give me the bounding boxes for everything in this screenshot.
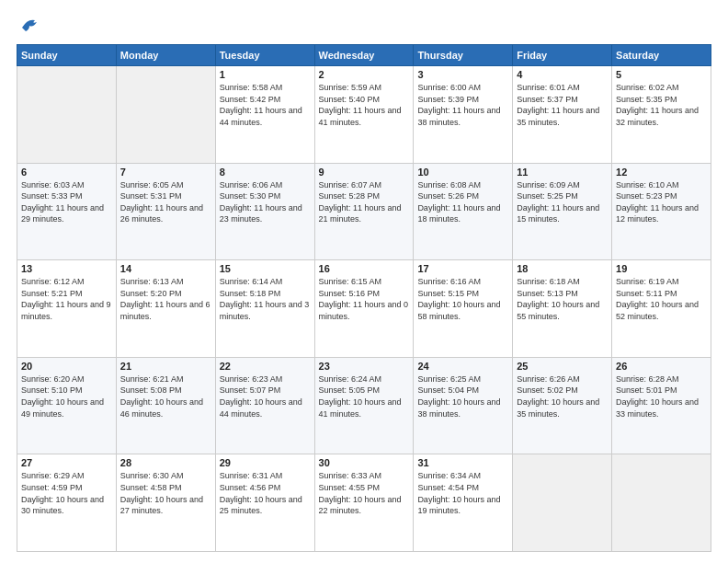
day-info: Sunrise: 6:30 AM Sunset: 4:58 PM Dayligh… [120,470,211,516]
day-info: Sunrise: 6:24 AM Sunset: 5:05 PM Dayligh… [319,373,410,419]
day-info: Sunrise: 6:16 AM Sunset: 5:15 PM Dayligh… [417,276,508,322]
calendar-week-row: 27Sunrise: 6:29 AM Sunset: 4:59 PM Dayli… [17,454,711,552]
day-info: Sunrise: 6:26 AM Sunset: 5:02 PM Dayligh… [517,373,608,419]
day-info: Sunrise: 6:15 AM Sunset: 5:16 PM Dayligh… [319,276,410,322]
day-number: 2 [319,69,410,80]
col-tuesday: Tuesday [215,45,314,66]
table-row: 19Sunrise: 6:19 AM Sunset: 5:11 PM Dayli… [612,260,711,358]
day-info: Sunrise: 6:07 AM Sunset: 5:28 PM Dayligh… [319,179,410,225]
calendar-week-row: 6Sunrise: 6:03 AM Sunset: 5:33 PM Daylig… [17,163,711,260]
table-row: 31Sunrise: 6:34 AM Sunset: 4:54 PM Dayli… [414,454,513,552]
table-row: 8Sunrise: 6:06 AM Sunset: 5:30 PM Daylig… [215,163,314,260]
table-row: 22Sunrise: 6:23 AM Sunset: 5:07 PM Dayli… [215,357,314,454]
day-number: 14 [120,263,211,274]
day-number: 31 [417,457,508,468]
table-row: 21Sunrise: 6:21 AM Sunset: 5:08 PM Dayli… [116,357,215,454]
table-row: 30Sunrise: 6:33 AM Sunset: 4:55 PM Dayli… [314,454,414,552]
logo [17,15,40,35]
day-info: Sunrise: 6:01 AM Sunset: 5:37 PM Dayligh… [517,82,608,128]
day-number: 23 [319,361,410,372]
day-info: Sunrise: 6:02 AM Sunset: 5:35 PM Dayligh… [616,82,707,128]
day-number: 10 [417,167,508,178]
calendar-table: Sunday Monday Tuesday Wednesday Thursday… [17,44,711,552]
day-number: 20 [21,361,112,372]
table-row: 6Sunrise: 6:03 AM Sunset: 5:33 PM Daylig… [17,163,117,260]
day-number: 18 [517,263,608,274]
table-row: 2Sunrise: 5:59 AM Sunset: 5:40 PM Daylig… [314,66,414,164]
day-number: 29 [220,457,311,468]
day-number: 15 [220,263,311,274]
table-row: 3Sunrise: 6:00 AM Sunset: 5:39 PM Daylig… [414,66,513,164]
table-row: 17Sunrise: 6:16 AM Sunset: 5:15 PM Dayli… [414,260,513,358]
table-row: 29Sunrise: 6:31 AM Sunset: 4:56 PM Dayli… [215,454,314,552]
table-row [17,66,117,164]
day-number: 26 [616,361,707,372]
day-info: Sunrise: 6:28 AM Sunset: 5:01 PM Dayligh… [616,373,707,419]
day-info: Sunrise: 6:06 AM Sunset: 5:30 PM Dayligh… [220,179,311,225]
table-row [513,454,612,552]
day-number: 17 [417,263,508,274]
col-monday: Monday [116,45,215,66]
day-number: 24 [417,361,508,372]
table-row [116,66,215,164]
day-number: 21 [120,361,211,372]
day-info: Sunrise: 6:14 AM Sunset: 5:18 PM Dayligh… [220,276,311,322]
table-row: 16Sunrise: 6:15 AM Sunset: 5:16 PM Dayli… [314,260,414,358]
day-info: Sunrise: 6:09 AM Sunset: 5:25 PM Dayligh… [517,179,608,225]
table-row: 5Sunrise: 6:02 AM Sunset: 5:35 PM Daylig… [612,66,711,164]
table-row: 7Sunrise: 6:05 AM Sunset: 5:31 PM Daylig… [116,163,215,260]
table-row: 24Sunrise: 6:25 AM Sunset: 5:04 PM Dayli… [414,357,513,454]
day-info: Sunrise: 6:19 AM Sunset: 5:11 PM Dayligh… [616,276,707,322]
day-number: 22 [220,361,311,372]
day-info: Sunrise: 6:13 AM Sunset: 5:20 PM Dayligh… [120,276,211,322]
day-info: Sunrise: 6:00 AM Sunset: 5:39 PM Dayligh… [417,82,508,128]
calendar-week-row: 20Sunrise: 6:20 AM Sunset: 5:10 PM Dayli… [17,357,711,454]
calendar-week-row: 1Sunrise: 5:58 AM Sunset: 5:42 PM Daylig… [17,66,711,164]
day-number: 30 [319,457,410,468]
table-row: 27Sunrise: 6:29 AM Sunset: 4:59 PM Dayli… [17,454,117,552]
day-number: 1 [220,69,311,80]
table-row: 15Sunrise: 6:14 AM Sunset: 5:18 PM Dayli… [215,260,314,358]
day-number: 7 [120,167,211,178]
calendar-week-row: 13Sunrise: 6:12 AM Sunset: 5:21 PM Dayli… [17,260,711,358]
day-number: 25 [517,361,608,372]
table-row: 18Sunrise: 6:18 AM Sunset: 5:13 PM Dayli… [513,260,612,358]
day-info: Sunrise: 6:34 AM Sunset: 4:54 PM Dayligh… [417,470,508,516]
day-info: Sunrise: 5:58 AM Sunset: 5:42 PM Dayligh… [220,82,311,128]
day-number: 27 [21,457,112,468]
table-row: 1Sunrise: 5:58 AM Sunset: 5:42 PM Daylig… [215,66,314,164]
day-info: Sunrise: 6:03 AM Sunset: 5:33 PM Dayligh… [21,179,112,225]
table-row: 28Sunrise: 6:30 AM Sunset: 4:58 PM Dayli… [116,454,215,552]
day-info: Sunrise: 6:25 AM Sunset: 5:04 PM Dayligh… [417,373,508,419]
day-number: 28 [120,457,211,468]
page: Sunday Monday Tuesday Wednesday Thursday… [0,0,728,563]
header [17,15,711,35]
day-info: Sunrise: 6:18 AM Sunset: 5:13 PM Dayligh… [517,276,608,322]
day-number: 16 [319,263,410,274]
table-row: 20Sunrise: 6:20 AM Sunset: 5:10 PM Dayli… [17,357,117,454]
day-info: Sunrise: 6:23 AM Sunset: 5:07 PM Dayligh… [220,373,311,419]
col-sunday: Sunday [17,45,117,66]
col-thursday: Thursday [414,45,513,66]
day-number: 13 [21,263,112,274]
col-friday: Friday [513,45,612,66]
col-saturday: Saturday [612,45,711,66]
day-info: Sunrise: 6:20 AM Sunset: 5:10 PM Dayligh… [21,373,112,419]
day-info: Sunrise: 6:08 AM Sunset: 5:26 PM Dayligh… [417,179,508,225]
day-info: Sunrise: 6:29 AM Sunset: 4:59 PM Dayligh… [21,470,112,516]
table-row: 23Sunrise: 6:24 AM Sunset: 5:05 PM Dayli… [314,357,414,454]
day-number: 8 [220,167,311,178]
day-number: 19 [616,263,707,274]
day-info: Sunrise: 6:21 AM Sunset: 5:08 PM Dayligh… [120,373,211,419]
table-row: 26Sunrise: 6:28 AM Sunset: 5:01 PM Dayli… [612,357,711,454]
table-row: 13Sunrise: 6:12 AM Sunset: 5:21 PM Dayli… [17,260,117,358]
table-row: 25Sunrise: 6:26 AM Sunset: 5:02 PM Dayli… [513,357,612,454]
day-number: 9 [319,167,410,178]
calendar-header-row: Sunday Monday Tuesday Wednesday Thursday… [17,45,711,66]
table-row: 14Sunrise: 6:13 AM Sunset: 5:20 PM Dayli… [116,260,215,358]
day-number: 5 [616,69,707,80]
table-row: 9Sunrise: 6:07 AM Sunset: 5:28 PM Daylig… [314,163,414,260]
col-wednesday: Wednesday [314,45,414,66]
day-info: Sunrise: 6:31 AM Sunset: 4:56 PM Dayligh… [220,470,311,516]
day-info: Sunrise: 5:59 AM Sunset: 5:40 PM Dayligh… [319,82,410,128]
